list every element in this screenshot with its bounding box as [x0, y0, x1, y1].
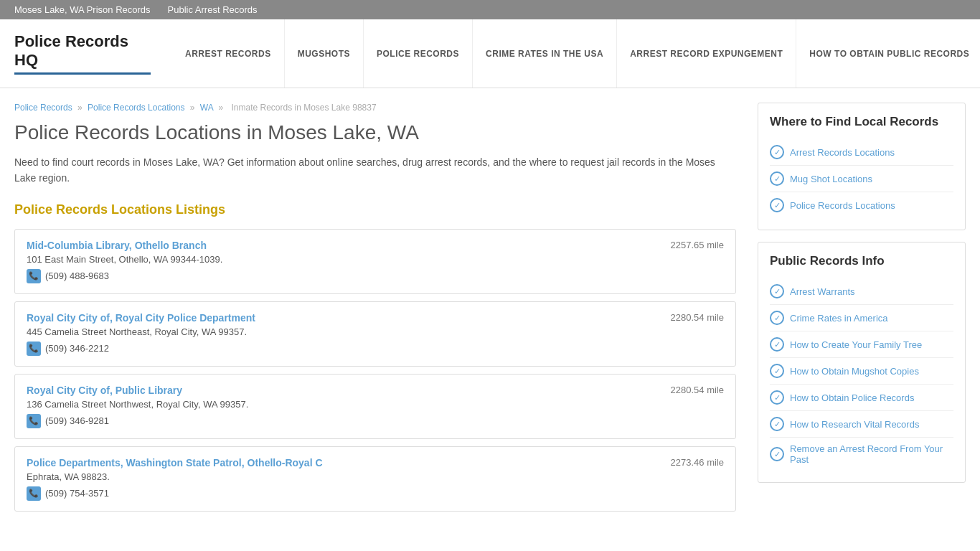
- phone-icon: 📞: [27, 486, 41, 501]
- sidebar-link-label: Remove an Arrest Record From Your Past: [790, 443, 953, 465]
- listing-address: 136 Camelia Street Northwest, Royal City…: [27, 399, 724, 410]
- sidebar-link-vital-records[interactable]: ✓ How to Research Vital Records: [770, 411, 953, 438]
- listings-heading: Police Records Locations Listings: [14, 202, 736, 217]
- nav-public-records[interactable]: HOW TO OBTAIN PUBLIC RECORDS: [796, 19, 980, 88]
- breadcrumb-sep2: »: [190, 103, 195, 113]
- phone-icon: 📞: [27, 269, 41, 283]
- sidebar-link-label: How to Obtain Police Records: [790, 392, 914, 403]
- check-icon: ✓: [770, 171, 784, 186]
- sidebar-link-police-locations[interactable]: ✓ Police Records Locations: [770, 192, 953, 218]
- listing-header: Police Departments, Washington State Pat…: [27, 457, 724, 471]
- sidebar-link-label: How to Research Vital Records: [790, 419, 919, 430]
- sidebar-link-label: Crime Rates in America: [790, 313, 888, 324]
- listing-name: Royal City City of, Public Library: [27, 385, 182, 396]
- phone-number[interactable]: (509) 346-2212: [45, 343, 109, 354]
- check-icon: ✓: [770, 284, 784, 298]
- listing-header: Royal City City of, Royal City Police De…: [27, 312, 724, 326]
- sidebar-link-crime-rates[interactable]: ✓ Crime Rates in America: [770, 305, 953, 331]
- breadcrumb-current: Inmate Records in Moses Lake 98837: [231, 103, 376, 113]
- listing-name: Mid-Columbia Library, Othello Branch: [27, 240, 207, 251]
- breadcrumb: Police Records » Police Records Location…: [14, 103, 736, 113]
- main-content: Police Records » Police Records Location…: [14, 103, 736, 519]
- listing-address: Ephrata, WA 98823.: [27, 471, 724, 482]
- nav-expungement[interactable]: ARREST RECORD EXPUNGEMENT: [617, 19, 796, 88]
- check-icon: ✓: [770, 390, 784, 405]
- breadcrumb-sep3: »: [218, 103, 223, 113]
- listing-card: Royal City City of, Public Library 2280.…: [14, 374, 736, 439]
- phone-number[interactable]: (509) 488-9683: [45, 270, 109, 281]
- sidebar-public-title: Public Records Info: [770, 254, 953, 268]
- header: Police Records HQ ARREST RECORDS MUGSHOT…: [0, 19, 980, 88]
- check-icon: ✓: [770, 337, 784, 352]
- listing-distance: 2280.54 mile: [671, 312, 724, 323]
- listing-phone: 📞 (509) 346-9281: [27, 414, 724, 428]
- sidebar-link-arrest-locations[interactable]: ✓ Arrest Records Locations: [770, 139, 953, 166]
- sidebar-link-remove-arrest[interactable]: ✓ Remove an Arrest Record From Your Past: [770, 438, 953, 471]
- logo[interactable]: Police Records HQ: [14, 32, 151, 75]
- listing-header: Mid-Columbia Library, Othello Branch 225…: [27, 240, 724, 254]
- listing-phone: 📞 (509) 346-2212: [27, 342, 724, 356]
- content-wrapper: Police Records » Police Records Location…: [0, 88, 980, 547]
- listing-name: Police Departments, Washington State Pat…: [27, 457, 323, 468]
- topbar-prison-link[interactable]: Moses Lake, WA Prison Records: [14, 4, 151, 15]
- listing-distance: 2280.54 mile: [671, 385, 724, 395]
- breadcrumb-police-records[interactable]: Police Records: [14, 103, 72, 113]
- check-icon: ✓: [770, 311, 784, 325]
- listing-header: Royal City City of, Public Library 2280.…: [27, 385, 724, 399]
- sidebar-link-arrest-warrants[interactable]: ✓ Arrest Warrants: [770, 278, 953, 305]
- listing-distance: 2273.46 mile: [671, 457, 724, 468]
- listing-card: Police Departments, Washington State Pat…: [14, 446, 736, 512]
- phone-number[interactable]: (509) 346-9281: [45, 415, 109, 426]
- check-icon: ✓: [770, 447, 784, 461]
- check-icon: ✓: [770, 364, 784, 378]
- nav-crime-rates[interactable]: CRIME RATES IN THE USA: [473, 19, 617, 88]
- nav-mugshots[interactable]: MUGSHOTS: [285, 19, 364, 88]
- listings-container: Mid-Columbia Library, Othello Branch 225…: [14, 229, 736, 512]
- check-icon: ✓: [770, 417, 784, 431]
- sidebar-link-label: Mug Shot Locations: [790, 174, 872, 184]
- sidebar-link-mugshot-copies[interactable]: ✓ How to Obtain Mugshot Copies: [770, 358, 953, 385]
- check-icon: ✓: [770, 198, 784, 212]
- listing-address: 445 Camelia Street Northeast, Royal City…: [27, 326, 724, 337]
- top-bar: Moses Lake, WA Prison Records Public Arr…: [0, 0, 980, 19]
- breadcrumb-locations[interactable]: Police Records Locations: [88, 103, 184, 113]
- sidebar-link-label: Arrest Warrants: [790, 286, 855, 297]
- listing-phone: 📞 (509) 488-9683: [27, 269, 724, 283]
- nav-police-records[interactable]: POLICE RECORDS: [364, 19, 473, 88]
- phone-icon: 📞: [27, 342, 41, 356]
- listing-address: 101 East Main Street, Othello, WA 99344-…: [27, 254, 724, 265]
- page-description: Need to find court records in Moses Lake…: [14, 154, 736, 187]
- phone-icon: 📞: [27, 414, 41, 428]
- sidebar-link-obtain-police[interactable]: ✓ How to Obtain Police Records: [770, 385, 953, 411]
- listing-name: Royal City City of, Royal City Police De…: [27, 312, 255, 324]
- listing-card: Royal City City of, Royal City Police De…: [14, 301, 736, 367]
- main-nav: ARREST RECORDS MUGSHOTS POLICE RECORDS C…: [172, 19, 980, 88]
- sidebar-local-records: Where to Find Local Records ✓ Arrest Rec…: [758, 103, 966, 230]
- check-icon: ✓: [770, 145, 784, 159]
- sidebar-link-label: How to Create Your Family Tree: [790, 339, 922, 350]
- sidebar-public-info: Public Records Info ✓ Arrest Warrants ✓ …: [758, 242, 966, 483]
- sidebar-link-family-tree[interactable]: ✓ How to Create Your Family Tree: [770, 331, 953, 358]
- nav-arrest-records[interactable]: ARREST RECORDS: [172, 19, 285, 88]
- phone-number[interactable]: (509) 754-3571: [45, 488, 109, 499]
- page-title: Police Records Locations in Moses Lake, …: [14, 121, 736, 144]
- logo-area: Police Records HQ: [14, 19, 172, 88]
- sidebar-link-label: Arrest Records Locations: [790, 147, 895, 158]
- listing-card: Mid-Columbia Library, Othello Branch 225…: [14, 229, 736, 294]
- breadcrumb-wa[interactable]: WA: [200, 103, 213, 113]
- sidebar-link-label: How to Obtain Mugshot Copies: [790, 366, 919, 377]
- topbar-arrest-link[interactable]: Public Arrest Records: [168, 4, 258, 15]
- listing-phone: 📞 (509) 754-3571: [27, 486, 724, 501]
- sidebar-local-title: Where to Find Local Records: [770, 115, 953, 129]
- sidebar: Where to Find Local Records ✓ Arrest Rec…: [758, 103, 966, 519]
- sidebar-link-label: Police Records Locations: [790, 200, 895, 211]
- listing-distance: 2257.65 mile: [671, 240, 724, 250]
- sidebar-link-mug-shot[interactable]: ✓ Mug Shot Locations: [770, 166, 953, 192]
- breadcrumb-sep1: »: [77, 103, 83, 113]
